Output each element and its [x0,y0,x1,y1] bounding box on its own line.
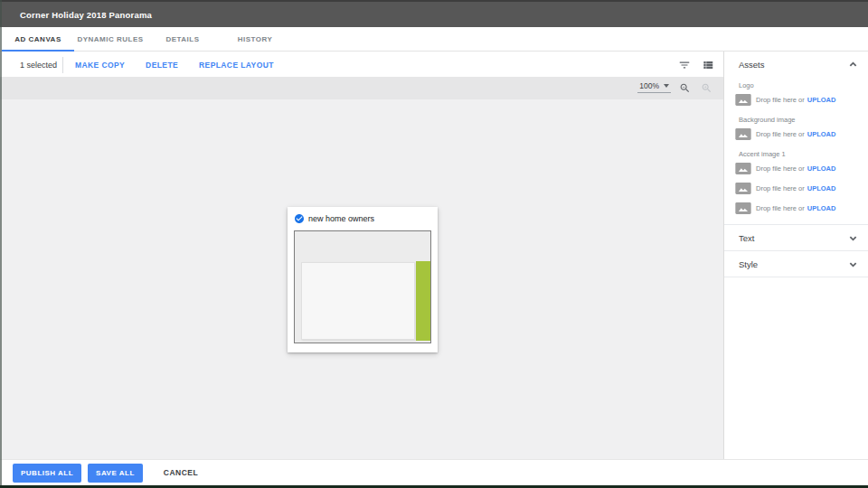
asset-drop-zone-accent-2[interactable]: Drop file here or UPLOAD [735,183,868,194]
text-section-header[interactable]: Text [724,224,868,250]
ad-preview[interactable] [294,230,431,343]
tab-details[interactable]: DETAILS [146,27,219,51]
asset-group-label-background: Background image [739,116,868,124]
assets-section-title: Assets [739,60,765,70]
ad-card-title: new home owners [308,214,374,223]
asset-drop-zone-accent-1[interactable]: Drop file here or UPLOAD [735,163,868,174]
asset-drop-zone-background[interactable]: Drop file here or UPLOAD [735,128,868,140]
upload-link[interactable]: UPLOAD [807,130,836,138]
selection-toolbar: 1 selected MAKE COPY DELETE REPLACE LAYO… [0,52,723,77]
ad-card-header: new home owners [288,207,438,224]
ad-preview-content-panel [301,262,415,340]
delete-button[interactable]: DELETE [146,61,178,70]
ad-canvas[interactable]: new home owners [0,99,723,459]
cancel-button[interactable]: CANCEL [158,467,203,478]
ad-preview-accent-bar [416,261,430,341]
drop-file-text: Drop file here or [756,184,805,192]
drop-file-text: Drop file here or [756,164,805,173]
tab-bar: AD CANVAS DYNAMIC RULES DETAILS HISTORY [0,27,868,52]
text-section-title: Text [739,233,754,243]
tab-history[interactable]: HISTORY [219,27,291,51]
save-all-button[interactable]: SAVE ALL [88,464,143,483]
drop-file-text: Drop file here or [756,130,805,138]
selected-count: 1 selected [20,61,57,70]
asset-drop-zone-logo[interactable]: Drop file here or UPLOAD [735,94,868,106]
tab-ad-canvas[interactable]: AD CANVAS [2,27,74,51]
image-placeholder-icon [735,183,751,194]
chevron-down-icon [849,234,857,242]
caret-down-icon [664,84,669,88]
app-window: Corner Holiday 2018 Panorama AD CANVAS D… [0,0,868,488]
image-placeholder-icon [735,94,751,106]
image-placeholder-icon [735,202,751,214]
image-placeholder-icon [735,163,751,174]
drop-file-text: Drop file here or [756,204,805,212]
footer-action-bar: PUBLISH ALL SAVE ALL CANCEL [0,459,868,485]
screen-edge-left [0,0,2,488]
upload-link[interactable]: UPLOAD [807,204,836,212]
asset-drop-zone-accent-3[interactable]: Drop file here or UPLOAD [735,202,868,214]
filter-icon[interactable] [678,59,691,71]
upload-link[interactable]: UPLOAD [807,184,836,192]
check-circle-icon[interactable] [294,213,305,224]
upload-link[interactable]: UPLOAD [807,96,836,104]
toolbar-divider [62,57,63,73]
tab-dynamic-rules[interactable]: DYNAMIC RULES [74,27,146,51]
zoom-bar: 100% [0,77,723,99]
style-section-title: Style [739,259,758,269]
properties-panel: Assets Logo Drop file here or UPLOAD Bac… [723,52,868,459]
zoom-in-icon[interactable] [701,82,712,94]
publish-all-button[interactable]: PUBLISH ALL [13,464,81,483]
zoom-level-select[interactable]: 100% [637,81,671,93]
view-list-icon[interactable] [702,59,714,71]
assets-section-header[interactable]: Assets [724,52,868,78]
ad-card[interactable]: new home owners [288,207,438,352]
make-copy-button[interactable]: MAKE COPY [75,61,125,70]
zoom-out-icon[interactable] [679,82,691,94]
style-section-header[interactable]: Style [724,250,868,277]
image-placeholder-icon [735,128,751,140]
upload-link[interactable]: UPLOAD [807,164,836,173]
chevron-up-icon [849,61,857,69]
app-header: Corner Holiday 2018 Panorama [0,0,868,27]
drop-file-text: Drop file here or [756,96,805,104]
page-title: Corner Holiday 2018 Panorama [20,10,152,20]
chevron-down-icon [849,260,857,268]
asset-group-label-accent: Accent image 1 [739,150,868,158]
zoom-level-value: 100% [639,81,659,90]
replace-layout-button[interactable]: REPLACE LAYOUT [199,61,274,70]
asset-group-label-logo: Logo [739,81,868,89]
